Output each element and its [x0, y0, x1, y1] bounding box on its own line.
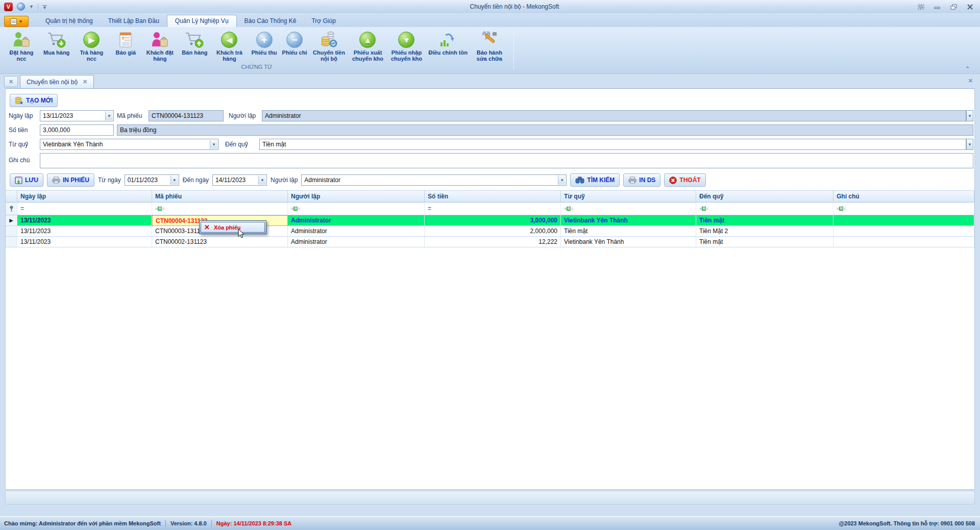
chevron-down-icon[interactable]: ▼ — [258, 175, 266, 185]
table-row[interactable]: 13/11/2023 CTN00003-131123 Administrator… — [6, 226, 974, 237]
den-quy-combo[interactable]: Tiền mặt — [259, 139, 966, 150]
ribbon-button-tra-hang-ncc[interactable]: ▶ Trả hàng ncc — [72, 29, 111, 63]
col-ngay-lap[interactable]: Ngày lập — [17, 190, 152, 203]
chevron-down-icon[interactable]: ▼ — [558, 175, 566, 185]
ribbon-button-mua-hang[interactable]: Mua hàng — [41, 29, 72, 57]
col-tu-quy[interactable]: Từ quỹ — [561, 190, 696, 203]
cell-nguoi-lap[interactable]: Administrator — [288, 226, 425, 237]
quick-access-customize-icon[interactable]: ▼ — [42, 5, 47, 10]
app-logo-icon: V — [4, 3, 13, 11]
doc-tab-chuyen-tien-noi-bo[interactable]: Chuyển tiền nội bộ ✕ — [20, 75, 94, 88]
minimize-button[interactable] — [933, 3, 941, 10]
ribbon-button-phieu-xuat-chuyen-kho[interactable]: ▲ Phiếu xuất chuyển kho — [348, 29, 387, 63]
tab-bao-cao-thong-ke[interactable]: Báo Cáo Thống Kê — [237, 15, 304, 27]
cell-tu-quy[interactable]: Tiền mặt — [561, 226, 696, 237]
cell-nguoi-lap[interactable]: Administrator — [288, 215, 425, 226]
filter-ngay-lap[interactable]: = — [17, 203, 152, 215]
cell-nguoi-lap[interactable]: Administrator — [288, 237, 425, 247]
den-ngay-combo[interactable]: 14/11/2023 ▼ — [212, 174, 267, 186]
ma-phieu-label: Mã phiếu — [117, 112, 142, 119]
tab-quan-ly-nghiep-vu[interactable]: Quản Lý Nghiệp Vụ — [167, 15, 237, 27]
abc-filter-icon: aBc — [699, 207, 708, 211]
orb-dropdown-caret-icon[interactable]: ▼ — [29, 4, 34, 9]
ribbon-button-chuyen-tien-noi-bo[interactable]: Chuyển tiền nội bộ — [309, 29, 348, 63]
cell-den-quy[interactable]: Tiền mặt — [696, 237, 834, 247]
filter-den-quy[interactable]: aBc — [696, 203, 834, 215]
ribbon-button-bao-hanh-sua-chua[interactable]: Bảo hành sửa chữa — [470, 29, 509, 63]
arrow-down-green-icon: ▼ — [398, 30, 414, 49]
cell-ghi-chu[interactable] — [834, 215, 974, 226]
cell-so-tien[interactable]: 3,000,000 — [425, 215, 561, 226]
tab-tro-giup[interactable]: Trợ Giúp — [304, 15, 343, 27]
chevron-down-icon[interactable]: ▼ — [105, 111, 113, 120]
doc-tab-close-right-button[interactable]: ✕ — [968, 78, 973, 84]
tu-quy-combo[interactable]: Vietinbank Yên Thành ▼ — [40, 139, 218, 150]
restore-button[interactable] — [949, 3, 958, 10]
doc-tab-close-left-button[interactable]: ✕ — [4, 76, 18, 87]
nguoi-lap-filter-combo[interactable]: Administrator ▼ — [301, 174, 567, 186]
ngay-lap-combo[interactable]: 13/11/2023 ▼ — [40, 110, 114, 121]
tu-ngay-label: Từ ngày — [98, 176, 121, 184]
cell-so-tien[interactable]: 12,222 — [425, 237, 561, 247]
chevron-down-icon[interactable]: ▼ — [966, 110, 973, 121]
cell-den-quy[interactable]: Tiền mặt — [696, 215, 834, 226]
cell-tu-quy[interactable]: Vietinbank Yên Thành — [561, 237, 696, 247]
cell-ngay-lap[interactable]: 13/11/2023 — [17, 215, 152, 226]
col-nguoi-lap[interactable]: Người lập — [288, 190, 425, 203]
in-phieu-button[interactable]: IN PHIẾU — [47, 173, 94, 187]
thoat-button[interactable]: THOÁT — [664, 173, 705, 187]
ribbon-button-dat-hang-ncc[interactable]: Đặt hàng ncc — [2, 29, 41, 63]
col-so-tien[interactable]: Số tiền — [425, 190, 561, 203]
ribbon-button-ban-hang[interactable]: Bán hàng — [179, 29, 210, 57]
filter-ghi-chu[interactable]: aBc — [834, 203, 974, 215]
ribbon-button-label: Điều chỉnh tồn — [428, 49, 467, 56]
cell-ma-phieu[interactable]: CTN00002-131123 — [152, 237, 288, 247]
ribbon-button-bao-gia[interactable]: $ Báo giá — [111, 29, 140, 57]
chevron-down-icon[interactable]: ▼ — [966, 139, 973, 150]
in-ds-button[interactable]: IN DS — [623, 173, 660, 187]
col-ghi-chu[interactable]: Ghi chú — [834, 190, 974, 203]
arrow-up-green-icon: ▲ — [359, 30, 376, 49]
ribbon-collapse-icon[interactable]: ⌃ — [966, 66, 970, 71]
cell-ghi-chu[interactable] — [834, 237, 974, 247]
cell-ngay-lap[interactable]: 13/11/2023 — [17, 237, 152, 247]
tab-quan-tri-he-thong[interactable]: Quản trị hệ thống — [38, 15, 101, 27]
col-den-quy[interactable]: Đến quỹ — [696, 190, 834, 203]
fullscreen-button[interactable] — [917, 3, 925, 10]
tab-thiet-lap-ban-dau[interactable]: Thiết Lập Ban Đầu — [101, 15, 167, 27]
ribbon-button-phieu-nhap-chuyen-kho[interactable]: ▼ Phiếu nhập chuyển kho — [387, 29, 426, 63]
binoculars-icon — [575, 176, 584, 184]
filter-ma-phieu[interactable]: aBc — [152, 203, 288, 215]
chevron-down-icon[interactable]: ▼ — [170, 175, 178, 185]
ribbon-button-phieu-thu[interactable]: ＋ Phiếu thu — [249, 29, 279, 57]
ribbon-button-dieu-chinh-ton[interactable]: Điều chỉnh tồn — [426, 29, 470, 57]
filter-so-tien[interactable]: = — [425, 203, 561, 215]
cell-den-quy[interactable]: Tiền Mặt 2 — [696, 226, 834, 237]
filter-nguoi-lap[interactable]: aBc — [288, 203, 425, 215]
tim-kiem-button[interactable]: TÌM KIẾM — [570, 173, 620, 187]
context-menu: ✕ Xóa phiếu — [199, 220, 266, 234]
in-phieu-label: IN PHIẾU — [63, 176, 89, 184]
ribbon-button-phieu-chi[interactable]: － Phiếu chi — [280, 29, 310, 57]
tao-moi-button[interactable]: TẠO MỚI — [10, 94, 58, 107]
filter-tu-quy[interactable]: aBc — [561, 203, 696, 215]
ghi-chu-input[interactable] — [40, 153, 973, 168]
table-row[interactable]: ▶ 13/11/2023 CTN00004-131123 Administrat… — [6, 215, 974, 226]
tu-ngay-combo[interactable]: 01/11/2023 ▼ — [125, 174, 179, 186]
cell-tu-quy[interactable]: Vietinbank Yên Thành — [561, 215, 696, 226]
application-menu-button[interactable]: ▼ — [4, 16, 29, 27]
cell-ngay-lap[interactable]: 13/11/2023 — [17, 226, 152, 237]
so-tien-input[interactable]: 3,000,000 — [40, 124, 114, 136]
context-menu-item-xoa-phieu[interactable]: ✕ Xóa phiếu — [201, 222, 265, 233]
cell-ghi-chu[interactable] — [834, 226, 974, 237]
doc-tab-close-icon[interactable]: ✕ — [83, 79, 87, 85]
cell-so-tien[interactable]: 2,000,000 — [425, 226, 561, 237]
ribbon-button-khach-tra-hang[interactable]: ◀ Khách trả hàng — [210, 29, 249, 63]
quick-access-orb-icon[interactable] — [17, 3, 25, 11]
chevron-down-icon[interactable]: ▼ — [210, 140, 217, 149]
col-ma-phieu[interactable]: Mã phiếu — [152, 190, 288, 203]
close-button[interactable] — [966, 3, 974, 10]
luu-button[interactable]: LƯU — [10, 173, 43, 187]
ribbon-button-khach-dat-hang[interactable]: Khách đặt hàng — [140, 29, 179, 63]
table-row[interactable]: 13/11/2023 CTN00002-131123 Administrator… — [6, 237, 974, 247]
